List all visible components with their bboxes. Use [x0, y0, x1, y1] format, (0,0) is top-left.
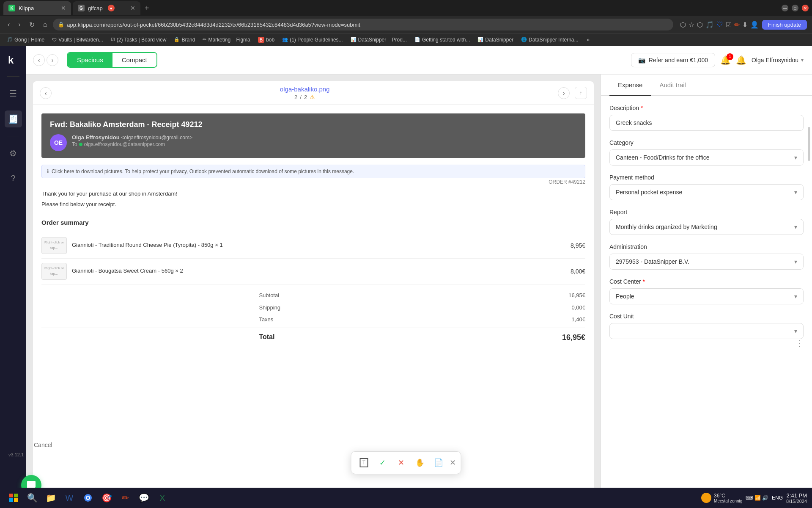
forward-button[interactable]: › [16, 20, 23, 29]
sidebar-icon-help[interactable]: ? [7, 170, 19, 187]
document-filename: olga-bakaliko.png [57, 86, 553, 93]
cost-center-select[interactable]: People ▾ [609, 288, 804, 304]
taskbar-explorer[interactable]: 📁 [42, 489, 59, 506]
description-label: Description * [609, 105, 804, 111]
item-1-thumbnail: Right-click or tap... [41, 237, 67, 254]
sender-avatar: OE [50, 134, 67, 151]
taskbar-slack[interactable]: 💬 [135, 489, 152, 506]
sidebar-icon-receipt[interactable]: 🧾 [5, 110, 22, 127]
bookmark-marketing-figma[interactable]: ✏ Marketing – Figma [199, 36, 253, 44]
tool-check-button[interactable]: ✓ [375, 455, 390, 470]
doc-next-button[interactable]: › [558, 87, 570, 99]
shipping-row: Shipping 0,00€ [41, 302, 585, 314]
taskbar-figma[interactable]: ✏ [117, 489, 134, 506]
description-input[interactable] [609, 115, 804, 131]
tab-audit-trail[interactable]: Audit trail [651, 75, 694, 96]
taskbar-excel[interactable]: X [154, 489, 171, 506]
share-button[interactable]: ↑ [575, 87, 587, 99]
bell-icon[interactable]: 🔔 [736, 55, 746, 65]
find-below-text: Please find below your receipt. [41, 200, 585, 209]
taskbar-word[interactable]: W [61, 489, 78, 506]
tab-gifcap[interactable]: G gifcap ● ✕ [73, 1, 140, 15]
subtotal-row: Subtotal 16,95€ [41, 290, 585, 302]
tool-hand-button[interactable]: ✋ [412, 455, 428, 470]
tab-expense[interactable]: Expense [609, 75, 651, 96]
email-to: To olga.effrosynidou@datasnipper.com [72, 141, 192, 147]
administration-label: Administration [609, 243, 804, 250]
maximize-button[interactable]: □ [792, 5, 798, 11]
bookmark-datasnipper1[interactable]: 📊 DataSnipper – Prod... [347, 36, 410, 44]
more-options-button[interactable]: ⋮ [796, 339, 804, 348]
info-icon: ℹ [47, 168, 49, 174]
doc-prev-button[interactable]: ‹ [40, 87, 52, 99]
tab-gifcap-close[interactable]: ✕ [130, 5, 135, 11]
sender-name: Olga Effrosynidou <olgaeffrosynidou@gmai… [72, 134, 192, 141]
tool-text-button[interactable]: T [357, 455, 372, 470]
bookmark-tasks[interactable]: ☑ (2) Tasks | Board view [107, 36, 170, 44]
category-select[interactable]: Canteen - Food/Drinks for the office ▾ [609, 149, 804, 166]
bookmark-datasnipper-interna[interactable]: 🌐 DataSnipper Interna... [518, 36, 582, 44]
tool-doc-button[interactable]: 📄 [431, 455, 446, 470]
url-bar[interactable]: 🔒 app.klippa.com/reports/out-of-pocket/6… [53, 19, 673, 30]
payment-method-select[interactable]: Personal pocket expense ▾ [609, 184, 804, 200]
download-icon[interactable]: ⬇ [742, 21, 748, 29]
administration-select[interactable]: 2975953 - DataSnipper B.V. ▾ [609, 254, 804, 270]
close-button[interactable]: ✕ [802, 5, 809, 11]
refer-earn-button[interactable]: 📷 Refer and earn €1,000 [631, 53, 715, 67]
scrollbar-thumb[interactable] [808, 127, 810, 161]
bookmark-people[interactable]: 👥 (1) People Guidelines... [279, 36, 346, 44]
view-compact-button[interactable]: Compact [112, 53, 156, 67]
finish-update-button[interactable]: Finish update [762, 20, 807, 30]
new-tab-button[interactable]: + [142, 4, 152, 13]
prev-button[interactable]: ‹ [33, 54, 45, 66]
back-button[interactable]: ‹ [5, 20, 12, 29]
bookmark-more[interactable]: » [583, 36, 593, 44]
datasnipper-icon[interactable]: ⬡ [680, 21, 686, 29]
bookmark-datasnipper2[interactable]: 📊 DataSnipper [474, 36, 517, 44]
minimize-button[interactable]: — [782, 5, 788, 11]
shipping-label: Shipping [259, 304, 280, 312]
profile-icon[interactable]: 👤 [750, 21, 759, 29]
tool-x-button[interactable]: ✕ [394, 455, 409, 470]
sidebar-icon-settings[interactable]: ⚙ [6, 145, 20, 162]
tab-klippa[interactable]: K Klippa ✕ [3, 1, 71, 15]
notifications-icon[interactable]: 🔔 1 [720, 55, 731, 65]
app-logo[interactable]: k [5, 52, 21, 68]
bitwarden-icon[interactable]: 🛡 [716, 21, 723, 28]
user-menu-button[interactable]: Olga Effrosynidou ▾ [752, 57, 804, 64]
taskbar-search[interactable]: 🔍 [24, 489, 41, 506]
taskbar-chrome[interactable] [80, 489, 96, 506]
brand-bookmark-icon: 🔒 [174, 37, 180, 42]
taskbar-klippa[interactable]: 🎯 [98, 489, 115, 506]
bookmark-bitwarden[interactable]: 🛡 Vaults | Bitwarden... [49, 36, 107, 44]
report-select[interactable]: Monthly drinks organized by Marketing ▾ [609, 219, 804, 235]
bookmark-bob[interactable]: B bob [255, 36, 278, 44]
view-spacious-button[interactable]: Spacious [68, 53, 112, 67]
bookmark-icon[interactable]: ☆ [689, 21, 694, 29]
cancel-button[interactable]: Cancel [34, 442, 52, 448]
refresh-button[interactable]: ↻ [27, 20, 37, 30]
taxes-label: Taxes [259, 315, 273, 324]
order-totals: Subtotal 16,95€ Shipping 0,00€ Taxes 1,4… [41, 290, 585, 345]
start-button[interactable] [5, 489, 22, 506]
thank-you-text: Thank you for your purchase at our shop … [41, 190, 585, 199]
gong-icon[interactable]: 🎵 [705, 21, 714, 29]
grand-total-label: Total [259, 331, 274, 344]
description-group: Description * [609, 105, 804, 131]
cost-unit-group: Cost Unit ▾ [609, 313, 804, 339]
bookmark-gong[interactable]: 🎵 Gong | Home [3, 36, 48, 44]
home-button[interactable]: ⌂ [41, 20, 50, 29]
next-button[interactable]: › [47, 54, 58, 66]
extensions-icon[interactable]: ⬡ [697, 21, 703, 29]
sidebar-icon-list[interactable]: ☰ [6, 85, 20, 102]
tasks-icon[interactable]: ☑ [726, 21, 732, 29]
administration-value: 2975953 - DataSnipper B.V. [616, 258, 689, 265]
bookmark-getting-started[interactable]: 📄 Getting started with... [411, 36, 473, 44]
tab-klippa-close[interactable]: ✕ [61, 5, 66, 11]
cost-unit-select[interactable]: ▾ [609, 323, 804, 339]
toolbar-close-button[interactable]: ✕ [450, 458, 456, 467]
administration-group: Administration 2975953 - DataSnipper B.V… [609, 243, 804, 270]
content-area: ‹ olga-bakaliko.png 2 / 2 ⚠ › ↑ [26, 75, 812, 508]
bookmark-brand[interactable]: 🔒 Brand [170, 36, 198, 44]
figma-icon[interactable]: ✏ [734, 21, 740, 29]
